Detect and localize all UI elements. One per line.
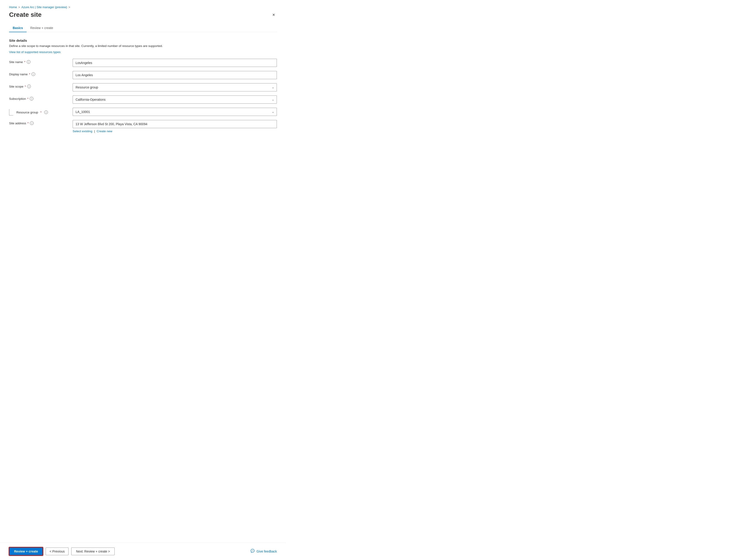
- page-title: Create site: [9, 11, 42, 18]
- subscription-select-wrapper: California-Operations ⌄: [73, 95, 277, 104]
- section-title: Site details: [9, 39, 277, 42]
- select-existing-link[interactable]: Select existing: [73, 130, 92, 133]
- display-name-info-icon[interactable]: i: [32, 72, 35, 76]
- site-address-required: *: [27, 122, 29, 125]
- display-name-input[interactable]: [73, 71, 277, 79]
- display-name-required: *: [29, 73, 30, 76]
- site-scope-select-wrapper: Resource group ⌄: [73, 83, 277, 91]
- resource-group-select[interactable]: LA_10001: [73, 108, 277, 116]
- field-site-scope: Site scope * i Resource group ⌄: [9, 83, 277, 91]
- site-name-info-icon[interactable]: i: [27, 60, 30, 64]
- field-site-name: Site name * i: [9, 59, 277, 67]
- site-name-label: Site name: [9, 60, 23, 64]
- site-details-section: Site details Define a site scope to mana…: [9, 39, 277, 54]
- site-address-input[interactable]: [73, 120, 277, 128]
- subscription-select[interactable]: California-Operations: [73, 95, 277, 104]
- site-scope-label: Site scope: [9, 85, 23, 88]
- address-links-separator: |: [94, 130, 96, 133]
- address-links: Select existing | Create new: [73, 130, 277, 133]
- resource-group-required: *: [40, 111, 42, 114]
- breadcrumb-sep1: >: [18, 5, 20, 9]
- site-scope-required: *: [25, 85, 26, 88]
- display-name-label: Display name: [9, 73, 28, 76]
- breadcrumb-home[interactable]: Home: [9, 5, 17, 9]
- subscription-info-icon[interactable]: i: [30, 97, 33, 100]
- subscription-required: *: [27, 97, 28, 100]
- site-name-input[interactable]: [73, 59, 277, 67]
- breadcrumb-sep2: >: [68, 5, 70, 9]
- field-subscription: Subscription * i California-Operations ⌄: [9, 95, 277, 104]
- site-address-label: Site address: [9, 122, 26, 125]
- resource-group-select-wrapper: LA_10001 ⌄: [73, 108, 277, 116]
- field-resource-group: Resource group * i LA_10001 ⌄: [9, 108, 277, 116]
- close-button[interactable]: ×: [270, 11, 277, 18]
- tabs-container: Basics Review + create: [9, 24, 277, 32]
- site-name-required: *: [24, 60, 25, 64]
- resource-group-label: Resource group: [16, 111, 38, 114]
- site-address-info-icon[interactable]: i: [30, 121, 34, 125]
- page-title-row: Create site ×: [9, 11, 277, 18]
- indent-line: [9, 109, 13, 115]
- create-new-link[interactable]: Create new: [97, 130, 112, 133]
- tab-review-create[interactable]: Review + create: [27, 24, 57, 32]
- field-display-name: Display name * i: [9, 71, 277, 79]
- site-scope-info-icon[interactable]: i: [27, 85, 31, 88]
- section-description: Define a site scope to manage resources …: [9, 44, 277, 48]
- site-form: Site name * i Display name * i Site scop…: [9, 59, 277, 133]
- breadcrumb-arc[interactable]: Azure Arc | Site manager (preview): [21, 5, 67, 9]
- breadcrumb: Home > Azure Arc | Site manager (preview…: [9, 5, 277, 9]
- site-scope-select[interactable]: Resource group: [73, 83, 277, 91]
- supported-resources-link[interactable]: View list of supported resources types: [9, 50, 61, 54]
- tab-basics[interactable]: Basics: [9, 24, 27, 32]
- field-site-address: Site address * i Select existing | Creat…: [9, 120, 277, 133]
- resource-group-info-icon[interactable]: i: [44, 110, 48, 114]
- subscription-label: Subscription: [9, 97, 26, 100]
